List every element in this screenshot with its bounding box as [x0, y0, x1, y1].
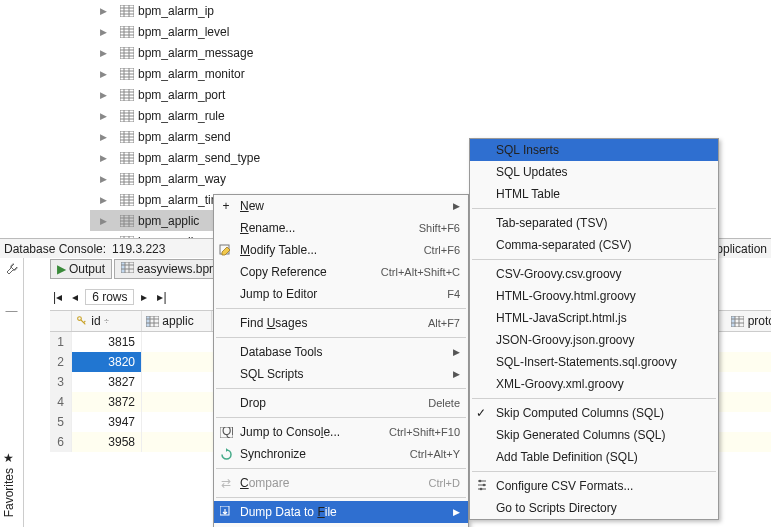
chevron-right-icon: ▶ — [100, 111, 110, 121]
tree-item[interactable]: ▶bpm_alarm_send_type — [90, 147, 470, 168]
tree-item[interactable]: ▶bpm_alarm_rule — [90, 105, 470, 126]
first-page-icon[interactable]: |◂ — [50, 290, 65, 304]
submenu-configure-csv[interactable]: Configure CSV Formats... — [470, 475, 718, 497]
menu-separator — [472, 398, 716, 399]
minus-icon[interactable]: — — [0, 300, 23, 322]
submenu-html-groovy[interactable]: HTML-Groovy.html.groovy — [470, 285, 718, 307]
menu-jump-console[interactable]: QLJump to Console...Ctrl+Shift+F10 — [214, 421, 468, 443]
chevron-right-icon: ▶ — [100, 48, 110, 58]
submenu-skip-computed[interactable]: ✓Skip Computed Columns (SQL) — [470, 402, 718, 424]
table-icon — [120, 68, 134, 80]
chevron-right-icon: ▶ — [453, 369, 460, 379]
table-icon — [120, 89, 134, 101]
menu-synchronize[interactable]: SynchronizeCtrl+Alt+Y — [214, 443, 468, 465]
chevron-right-icon: ▶ — [453, 201, 460, 211]
submenu-add-table-def[interactable]: Add Table Definition (SQL) — [470, 446, 718, 468]
menu-separator — [472, 471, 716, 472]
modify-icon — [218, 244, 234, 256]
menu-compare: ⇄CompareCtrl+D — [214, 472, 468, 494]
menu-find-usages[interactable]: Find UsagesAlt+F7 — [214, 312, 468, 334]
chevron-right-icon: ▶ — [453, 507, 460, 517]
context-menu: +NNewew▶ Rename...Shift+F6 Modify Table.… — [213, 194, 469, 527]
submenu-sql-inserts[interactable]: SQL Inserts — [470, 139, 718, 161]
chevron-right-icon: ▶ — [100, 174, 110, 184]
favorites-sidebar[interactable]: Favorites ★ — [2, 451, 16, 517]
export-icon — [218, 506, 234, 518]
database-console-label: Database Console: — [4, 242, 106, 256]
menu-rename[interactable]: Rename...Shift+F6 — [214, 217, 468, 239]
col-applic[interactable]: applic — [142, 311, 212, 331]
row-header — [50, 311, 72, 331]
submenu-tsv[interactable]: Tab-separated (TSV) — [470, 212, 718, 234]
tree-item[interactable]: ▶bpm_alarm_way — [90, 168, 470, 189]
col-id[interactable]: id ÷ — [72, 311, 142, 331]
menu-separator — [216, 388, 466, 389]
table-icon — [120, 194, 134, 206]
chevron-right-icon: ▶ — [100, 195, 110, 205]
menu-separator — [216, 417, 466, 418]
svg-point-23 — [480, 487, 483, 490]
tab-output[interactable]: ▶ Output — [50, 259, 112, 279]
submenu-html-js[interactable]: HTML-JavaScript.html.js — [470, 307, 718, 329]
svg-text:QL: QL — [222, 427, 233, 438]
menu-copy-reference[interactable]: Copy ReferenceCtrl+Alt+Shift+C — [214, 261, 468, 283]
menu-separator — [216, 468, 466, 469]
tree-item[interactable]: ▶bpm_alarm_ip — [90, 0, 470, 21]
menu-sql-scripts[interactable]: SQL Scripts▶ — [214, 363, 468, 385]
menu-separator — [472, 259, 716, 260]
check-icon: ✓ — [476, 406, 486, 420]
chevron-right-icon: ▶ — [100, 90, 110, 100]
svg-point-19 — [479, 479, 482, 482]
prev-page-icon[interactable]: ◂ — [69, 290, 81, 304]
menu-dump-data-to-file[interactable]: Dump Data to File▶ — [214, 501, 468, 523]
submenu-sql-updates[interactable]: SQL Updates — [470, 161, 718, 183]
tree-item[interactable]: ▶bpm_alarm_monitor — [90, 63, 470, 84]
wrench-icon[interactable] — [0, 258, 23, 280]
result-nav: |◂ ◂ 6 rows ▸ ▸| — [50, 286, 170, 308]
chevron-right-icon: ▶ — [100, 153, 110, 163]
tree-item[interactable]: ▶bpm_alarm_send — [90, 126, 470, 147]
menu-separator — [216, 308, 466, 309]
table-icon — [120, 5, 134, 17]
submenu-xml-groovy[interactable]: XML-Groovy.xml.groovy — [470, 373, 718, 395]
chevron-right-icon: ▶ — [100, 216, 110, 226]
table-icon — [120, 152, 134, 164]
menu-drop[interactable]: DropDelete — [214, 392, 468, 414]
menu-dump-mysqldump[interactable]: Dump with 'mysqldump' — [214, 523, 468, 527]
table-icon — [121, 262, 134, 276]
submenu-skip-generated[interactable]: Skip Generated Columns (SQL) — [470, 424, 718, 446]
submenu-sql-groovy[interactable]: SQL-Insert-Statements.sql.groovy — [470, 351, 718, 373]
tab-easyviews[interactable]: easyviews.bpm — [114, 259, 226, 279]
console-tabs: ▶ Output easyviews.bpm — [50, 258, 228, 280]
menu-separator — [216, 497, 466, 498]
menu-database-tools[interactable]: Database Tools▶ — [214, 341, 468, 363]
plus-icon: + — [218, 199, 234, 213]
console-icon: QL — [218, 427, 234, 438]
chevron-right-icon: ▶ — [100, 27, 110, 37]
menu-new[interactable]: +NNewew▶ — [214, 195, 468, 217]
settings-icon — [476, 479, 488, 494]
refresh-icon — [218, 448, 234, 461]
table-icon — [120, 26, 134, 38]
submenu-csv[interactable]: Comma-separated (CSV) — [470, 234, 718, 256]
chevron-right-icon: ▶ — [100, 132, 110, 142]
menu-modify-table[interactable]: Modify Table...Ctrl+F6 — [214, 239, 468, 261]
database-host: 119.3.223 — [112, 242, 165, 256]
submenu-json-groovy[interactable]: JSON-Groovy.json.groovy — [470, 329, 718, 351]
next-page-icon[interactable]: ▸ — [138, 290, 150, 304]
menu-jump-editor[interactable]: Jump to EditorF4 — [214, 283, 468, 305]
table-icon — [120, 173, 134, 185]
tree-item[interactable]: ▶bpm_alarm_port — [90, 84, 470, 105]
table-icon — [120, 131, 134, 143]
menu-separator — [216, 337, 466, 338]
chevron-right-icon: ▶ — [100, 6, 110, 16]
tree-item[interactable]: ▶bpm_alarm_message — [90, 42, 470, 63]
submenu-goto-scripts[interactable]: Go to Scripts Directory — [470, 497, 718, 519]
last-page-icon[interactable]: ▸| — [154, 290, 169, 304]
submenu-html-table[interactable]: HTML Table — [470, 183, 718, 205]
chevron-right-icon: ▶ — [453, 347, 460, 357]
table-icon — [120, 47, 134, 59]
menu-separator — [472, 208, 716, 209]
tree-item[interactable]: ▶bpm_alarm_level — [90, 21, 470, 42]
submenu-csv-groovy[interactable]: CSV-Groovy.csv.groovy — [470, 263, 718, 285]
